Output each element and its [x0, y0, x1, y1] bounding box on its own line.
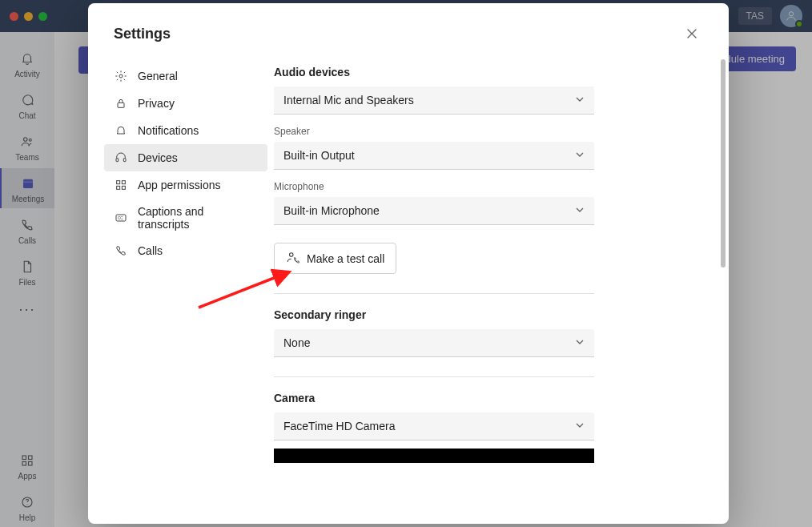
- svg-rect-14: [123, 159, 126, 162]
- svg-point-21: [290, 253, 294, 257]
- speaker-label: Speaker: [274, 126, 594, 137]
- make-test-call-button[interactable]: Make a test call: [274, 243, 396, 274]
- camera-select[interactable]: FaceTime HD Camera: [274, 412, 594, 441]
- button-label: Make a test call: [307, 252, 384, 265]
- microphone-label: Microphone: [274, 181, 594, 192]
- lock-icon: [114, 96, 128, 111]
- select-value: Internal Mic and Speakers: [283, 94, 414, 107]
- secondary-ringer-heading: Secondary ringer: [274, 308, 594, 321]
- nav-label: Calls: [138, 244, 163, 257]
- nav-item-captions[interactable]: CC Captions and transcripts: [104, 199, 267, 237]
- nav-item-calls[interactable]: Calls: [104, 237, 267, 264]
- modal-header: Settings: [88, 3, 729, 54]
- nav-label: Notifications: [138, 124, 199, 137]
- chevron-down-icon: [575, 336, 585, 349]
- modal-title: Settings: [114, 26, 171, 42]
- svg-rect-18: [122, 186, 125, 189]
- divider: [274, 376, 594, 377]
- scrollbar-thumb[interactable]: [721, 59, 726, 268]
- microphone-select[interactable]: Built-in Microphone: [274, 197, 594, 225]
- settings-content: Audio devices Internal Mic and Speakers …: [274, 54, 729, 524]
- close-button[interactable]: [681, 22, 703, 45]
- svg-text:CC: CC: [118, 216, 123, 220]
- select-value: None: [283, 336, 310, 349]
- svg-rect-15: [117, 181, 120, 184]
- divider: [274, 293, 594, 294]
- captions-icon: CC: [114, 211, 128, 225]
- nav-label: Privacy: [138, 97, 175, 110]
- svg-rect-12: [118, 103, 124, 107]
- speaker-select[interactable]: Built-in Output: [274, 142, 594, 170]
- camera-preview-redacted: [274, 449, 594, 463]
- svg-rect-17: [117, 186, 120, 189]
- chevron-down-icon: [575, 149, 585, 162]
- close-icon: [686, 28, 697, 39]
- audio-devices-heading: Audio devices: [274, 66, 594, 78]
- nav-item-general[interactable]: General: [104, 62, 267, 90]
- select-value: Built-in Output: [283, 149, 355, 162]
- nav-item-privacy[interactable]: Privacy: [104, 90, 267, 117]
- secondary-ringer-select[interactable]: None: [274, 329, 594, 357]
- phone-icon: [114, 243, 128, 258]
- nav-item-app-permissions[interactable]: App permissions: [104, 171, 267, 199]
- settings-modal: Settings General Privacy Notifications D…: [88, 3, 729, 524]
- nav-item-devices[interactable]: Devices: [104, 144, 267, 171]
- nav-label: General: [138, 70, 178, 82]
- svg-point-11: [119, 74, 123, 78]
- nav-label: App permissions: [138, 179, 221, 191]
- bell-icon: [114, 123, 128, 138]
- camera-heading: Camera: [274, 392, 594, 404]
- settings-nav: General Privacy Notifications Devices Ap…: [88, 54, 274, 524]
- headset-icon: [114, 151, 128, 165]
- nav-item-notifications[interactable]: Notifications: [104, 117, 267, 144]
- select-value: Built-in Microphone: [283, 204, 380, 217]
- nav-label: Devices: [138, 151, 178, 164]
- chevron-down-icon: [575, 204, 585, 217]
- person-call-icon: [286, 250, 300, 267]
- audio-device-select[interactable]: Internal Mic and Speakers: [274, 86, 594, 115]
- grid-icon: [114, 178, 128, 192]
- chevron-down-icon: [575, 420, 585, 432]
- svg-rect-16: [122, 181, 125, 184]
- nav-label: Captions and transcripts: [138, 205, 258, 231]
- gear-icon: [114, 69, 128, 83]
- svg-rect-13: [116, 159, 119, 162]
- select-value: FaceTime HD Camera: [283, 420, 396, 432]
- chevron-down-icon: [575, 94, 585, 107]
